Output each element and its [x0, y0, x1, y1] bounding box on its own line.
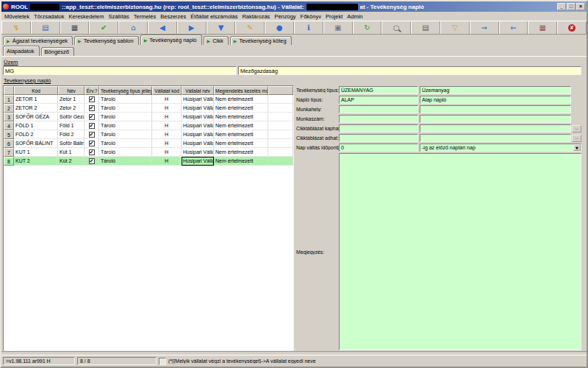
table-row[interactable]: 7KUT 1Kút 1✔TárolóHHúsipari VállaNem ért…	[4, 148, 293, 157]
tab-0[interactable]: ▶Ágazat tevékenységek	[3, 36, 73, 45]
cell-mkm[interactable]: Nem értelmezett	[214, 113, 268, 121]
close-icon[interactable]: ×	[576, 3, 585, 10]
tab-3[interactable]: ▶Cikk	[204, 36, 229, 45]
cell-tipus[interactable]: Tároló	[99, 148, 152, 157]
browse-button[interactable]: ...	[572, 135, 581, 142]
cell-kod[interactable]: KUT 1	[14, 148, 58, 157]
column-header-erv[interactable]: Érv.?	[85, 86, 99, 95]
menu-item-2[interactable]: Kereskedelem	[66, 13, 106, 20]
table-row[interactable]: 6SOFŐR BÁLINTSofőr Bálint✔TárolóHHúsipar…	[4, 139, 293, 148]
cell-vnev[interactable]: Húsipari Válla	[182, 130, 214, 139]
cell-vkod[interactable]: H	[152, 157, 182, 166]
open-folder-button[interactable]: ▤	[31, 21, 60, 34]
field-value2-input[interactable]	[420, 105, 571, 113]
cell-mkm[interactable]: Nem értelmezett	[214, 148, 268, 157]
tab-4[interactable]: ▶Tevékenység köteg	[230, 36, 292, 45]
cell-erv[interactable]: ✔	[85, 104, 99, 113]
column-header-vkod[interactable]: Vállalat kód	[152, 86, 182, 95]
cell-vkod[interactable]: H	[152, 104, 182, 113]
cell-tipus[interactable]: Tároló	[99, 157, 152, 166]
field-value1-input[interactable]: ÜZEMANYAG	[339, 86, 418, 94]
cell-nev[interactable]: Föld 2	[58, 130, 85, 139]
next-record-button[interactable]: ▶	[177, 21, 207, 34]
cell-tipus[interactable]: Tároló	[99, 113, 152, 121]
cell-kod[interactable]: KUT 2	[14, 157, 58, 166]
cell-vkod[interactable]: H	[152, 95, 182, 104]
cell-vnev[interactable]: Húsipari Válla	[182, 121, 214, 130]
table-row[interactable]: 4FÖLD 1Föld 1✔TárolóHHúsipari VállaNem é…	[4, 121, 293, 130]
column-header-vnev[interactable]: Vállalat név	[182, 86, 214, 95]
home-button[interactable]: ⌂	[118, 21, 148, 34]
menu-item-9[interactable]: Főkönyv	[298, 13, 323, 20]
cell-kod[interactable]: FÖLD 2	[14, 130, 58, 139]
cell-erv[interactable]: ✔	[85, 113, 99, 121]
cell-vkod[interactable]: H	[152, 148, 182, 157]
cell-kod[interactable]: ZETOR 1	[14, 95, 58, 104]
cell-erv[interactable]: ✔	[85, 95, 99, 104]
cell-kod[interactable]: FÖLD 1	[14, 121, 58, 130]
status-checkbox[interactable]	[159, 358, 166, 365]
field-value1-input[interactable]	[339, 105, 418, 113]
edit-pencil-button[interactable]: ✎	[235, 21, 265, 34]
last-record-button[interactable]: ▼	[207, 21, 236, 34]
cell-nev[interactable]: Zetor 1	[58, 95, 85, 104]
subtab-1[interactable]: Böngésző	[41, 47, 74, 56]
table-row[interactable]: 5FÖLD 2Föld 2✔TárolóHHúsipari VállaNem é…	[4, 130, 293, 139]
field-value2-input[interactable]	[420, 124, 571, 132]
table-window-button[interactable]: ▦	[528, 21, 557, 34]
field-value2-input[interactable]	[420, 134, 571, 142]
cell-vnev[interactable]: Húsipari Válla	[182, 139, 214, 148]
column-header-tipus[interactable]: Tevékenység típus jelleg	[99, 86, 152, 95]
table-row[interactable]: 2ZETOR 2Zetor 2✔TárolóHHúsipari VállaNem…	[4, 104, 293, 113]
cell-vkod[interactable]: H	[152, 139, 182, 148]
day-change-dropdown[interactable]: -ig az előző naptári nap▼	[420, 144, 581, 152]
table-row[interactable]: 1ZETOR 1Zetor 1✔TárolóHHúsipari VállaNem…	[4, 95, 293, 104]
cell-erv[interactable]: ✔	[85, 121, 99, 130]
cell-tipus[interactable]: Tároló	[99, 95, 152, 104]
field-value1-input[interactable]: ALAP	[339, 96, 418, 104]
table-row[interactable]: 8KUT 2Kút 2✔TárolóHHúsipari VállaNem ért…	[4, 157, 293, 166]
table-row[interactable]: 3SOFŐR GÉZASofőr Géza✔TárolóHHúsipari Vá…	[4, 113, 293, 121]
activity-log-table[interactable]: KódNévÉrv.?Tevékenység típus jellegVálla…	[3, 85, 294, 351]
cell-vnev[interactable]: Húsipari Válla	[182, 95, 214, 104]
menu-item-7[interactable]: Raktározás	[240, 13, 272, 20]
cell-nev[interactable]: Föld 1	[58, 121, 85, 130]
refresh-button[interactable]: ↻	[353, 21, 382, 34]
cell-vkod[interactable]: H	[152, 130, 182, 139]
lightning-button[interactable]: ↯	[1, 21, 31, 34]
cell-mkm[interactable]: Nem értelmezett	[214, 95, 268, 104]
cell-vnev[interactable]: Húsipari Válla	[182, 148, 214, 157]
close-app-button[interactable]: ✘	[557, 21, 587, 34]
cell-vnev[interactable]: Húsipari Válla	[182, 113, 214, 121]
form-window-button[interactable]: ▣	[323, 21, 353, 34]
field-value2-input[interactable]: Üzemanyag	[420, 86, 571, 94]
uzem-name-input[interactable]: Mezőgazdaság	[238, 66, 581, 75]
blue-ball-button[interactable]: ●	[265, 21, 294, 34]
menu-item-0[interactable]: Műveletek	[2, 13, 32, 20]
cell-erv[interactable]: ✔	[85, 148, 99, 157]
prev-record-button[interactable]: ◀	[148, 21, 177, 34]
minimize-icon[interactable]: _	[557, 3, 566, 10]
cell-mkm[interactable]: Nem értelmezett	[214, 139, 268, 148]
field-value1-input[interactable]: 0	[339, 144, 418, 152]
table-export-button[interactable]: ⇒	[470, 21, 499, 34]
menu-item-8[interactable]: Pénzügy	[272, 13, 298, 20]
cell-kod[interactable]: SOFŐR GÉZA	[14, 113, 58, 121]
cell-tipus[interactable]: Tároló	[99, 130, 152, 139]
cell-erv[interactable]: ✔	[85, 157, 99, 166]
cell-mkm[interactable]: Nem értelmezett	[214, 121, 268, 130]
cell-kod[interactable]: ZETOR 2	[14, 104, 58, 113]
cell-vkod[interactable]: H	[152, 113, 182, 121]
uzem-code-input[interactable]: MG	[3, 66, 237, 75]
cell-nev[interactable]: Zetor 2	[58, 104, 85, 113]
save-button[interactable]: ▦	[60, 21, 90, 34]
cell-vnev[interactable]: Húsipari Válla	[182, 157, 214, 166]
tab-1[interactable]: ▶Tevékenység sablon	[74, 36, 139, 45]
chevron-down-icon[interactable]: ▼	[573, 144, 581, 151]
column-header-nev[interactable]: Név	[58, 86, 85, 95]
cell-tipus[interactable]: Tároló	[99, 121, 152, 130]
column-header-kod[interactable]: Kód	[14, 86, 58, 95]
restore-icon[interactable]: □	[567, 3, 576, 10]
cell-vnev[interactable]: Húsipari Válla	[182, 104, 214, 113]
field-value2-input[interactable]: Alap napló	[420, 96, 571, 104]
